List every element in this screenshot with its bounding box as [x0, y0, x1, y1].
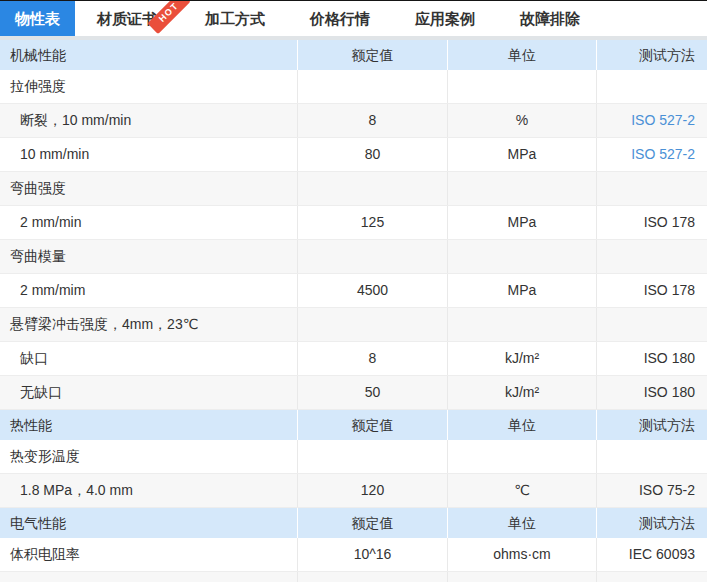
method-cell: ISO 527-2 — [597, 104, 707, 137]
table-row: 无缺口50kJ/m²ISO 180 — [0, 376, 707, 410]
tab-troubleshooting[interactable]: 故障排除 — [520, 1, 580, 36]
value-cell: 10^16 — [298, 538, 448, 571]
value-cell — [298, 240, 448, 273]
table-row: 断裂，10 mm/min8%ISO 527-2 — [0, 104, 707, 138]
table-row: 悬臂梁冲击强度，4mm，23℃ — [0, 308, 707, 342]
method-cell — [597, 70, 707, 103]
tab-label: 加工方式 — [205, 10, 265, 27]
value-cell — [298, 172, 448, 205]
property-label-cell: 弯曲强度 — [0, 172, 298, 205]
column-header: 测试方法 — [597, 40, 707, 70]
method-cell: ISO 75-2 — [597, 474, 707, 507]
column-header: 额定值 — [298, 410, 448, 440]
value-cell: 8 — [298, 104, 448, 137]
property-label-cell: 10 mm/min — [0, 138, 298, 171]
property-label-cell: 缺口 — [0, 342, 298, 375]
section-header-row: 机械性能额定值单位测试方法 — [0, 40, 707, 70]
value-cell: 120 — [298, 474, 448, 507]
table-row: 缺口8kJ/m²ISO 180 — [0, 342, 707, 376]
unit-cell: ohms·cm — [448, 538, 597, 571]
value-cell: 80 — [298, 138, 448, 171]
method-link[interactable]: ISO 527-2 — [631, 112, 695, 128]
table-row: 弯曲强度 — [0, 172, 707, 206]
unit-cell — [448, 240, 597, 273]
tab-material-certificate[interactable]: 材质证书 — [97, 1, 157, 36]
page: 物性表材质证书HOT加工方式价格行情应用案例故障排除 机械性能额定值单位测试方法… — [0, 0, 707, 582]
method-text: ISO 180 — [644, 350, 695, 366]
method-link[interactable]: ISO 527-2 — [631, 146, 695, 162]
method-cell: ISO 178 — [597, 206, 707, 239]
tab-processing-method[interactable]: 加工方式 — [205, 1, 265, 36]
tab-label: 物性表 — [15, 10, 60, 27]
section-header-row: 热性能额定值单位测试方法 — [0, 410, 707, 440]
unit-cell: MPa — [448, 206, 597, 239]
column-header: 测试方法 — [597, 508, 707, 538]
method-cell: ISO 180 — [597, 342, 707, 375]
unit-cell: kJ/m² — [448, 342, 597, 375]
unit-cell — [448, 172, 597, 205]
method-cell: ISO 180 — [597, 376, 707, 409]
section-title: 机械性能 — [0, 40, 298, 70]
method-text: ISO 178 — [644, 282, 695, 298]
unit-cell — [448, 572, 597, 582]
method-text: ISO 180 — [644, 384, 695, 400]
tab-price-market[interactable]: 价格行情 — [310, 1, 370, 36]
column-header: 单位 — [448, 508, 597, 538]
section-title: 电气性能 — [0, 508, 298, 538]
unit-cell — [448, 70, 597, 103]
tab-label: 应用案例 — [415, 10, 475, 27]
property-label-cell — [0, 572, 298, 582]
tab-properties[interactable]: 物性表 — [0, 1, 75, 36]
column-header: 额定值 — [298, 508, 448, 538]
table-row: 10 mm/min80MPaISO 527-2 — [0, 138, 707, 172]
table-row: 2 mm/mim4500MPaISO 178 — [0, 274, 707, 308]
method-text: ISO 178 — [644, 214, 695, 230]
property-label-cell: 弯曲模量 — [0, 240, 298, 273]
property-label-cell: 拉伸强度 — [0, 70, 298, 103]
column-header: 单位 — [448, 40, 597, 70]
value-cell — [298, 308, 448, 341]
table-row: 体积电阻率10^16ohms·cmIEC 60093 — [0, 538, 707, 572]
unit-cell — [448, 308, 597, 341]
method-cell — [597, 240, 707, 273]
table-row: 拉伸强度 — [0, 70, 707, 104]
tab-label: 价格行情 — [310, 10, 370, 27]
properties-table: 机械性能额定值单位测试方法拉伸强度断裂，10 mm/min8%ISO 527-2… — [0, 40, 707, 582]
property-label-cell: 1.8 MPa，4.0 mm — [0, 474, 298, 507]
property-label-cell: 断裂，10 mm/min — [0, 104, 298, 137]
method-text: ISO 75-2 — [639, 482, 695, 498]
column-header: 额定值 — [298, 40, 448, 70]
property-label-cell: 悬臂梁冲击强度，4mm，23℃ — [0, 308, 298, 341]
unit-cell: ℃ — [448, 474, 597, 507]
method-cell: ISO 527-2 — [597, 138, 707, 171]
value-cell — [298, 70, 448, 103]
property-label-cell: 2 mm/mim — [0, 274, 298, 307]
section-title: 热性能 — [0, 410, 298, 440]
unit-cell: kJ/m² — [448, 376, 597, 409]
property-label-cell: 无缺口 — [0, 376, 298, 409]
method-cell: ISO 178 — [597, 274, 707, 307]
property-label-cell: 体积电阻率 — [0, 538, 298, 571]
method-cell — [597, 172, 707, 205]
method-cell: IEC 60093 — [597, 538, 707, 571]
unit-cell — [448, 440, 597, 473]
unit-cell: MPa — [448, 274, 597, 307]
value-cell: 8 — [298, 342, 448, 375]
column-header: 单位 — [448, 410, 597, 440]
table-row: 1.8 MPa，4.0 mm120℃ISO 75-2 — [0, 474, 707, 508]
tab-label: 故障排除 — [520, 10, 580, 27]
value-cell — [298, 572, 448, 582]
unit-cell: % — [448, 104, 597, 137]
property-label-cell: 热变形温度 — [0, 440, 298, 473]
column-header: 测试方法 — [597, 410, 707, 440]
method-cell — [597, 572, 707, 582]
method-cell — [597, 308, 707, 341]
method-cell — [597, 440, 707, 473]
property-label-cell: 2 mm/min — [0, 206, 298, 239]
tab-bar: 物性表材质证书HOT加工方式价格行情应用案例故障排除 — [0, 1, 707, 36]
table-row: 热变形温度 — [0, 440, 707, 474]
tab-application-cases[interactable]: 应用案例 — [415, 1, 475, 36]
method-text: IEC 60093 — [629, 546, 695, 562]
table-row: 弯曲模量 — [0, 240, 707, 274]
section-header-row: 电气性能额定值单位测试方法 — [0, 508, 707, 538]
